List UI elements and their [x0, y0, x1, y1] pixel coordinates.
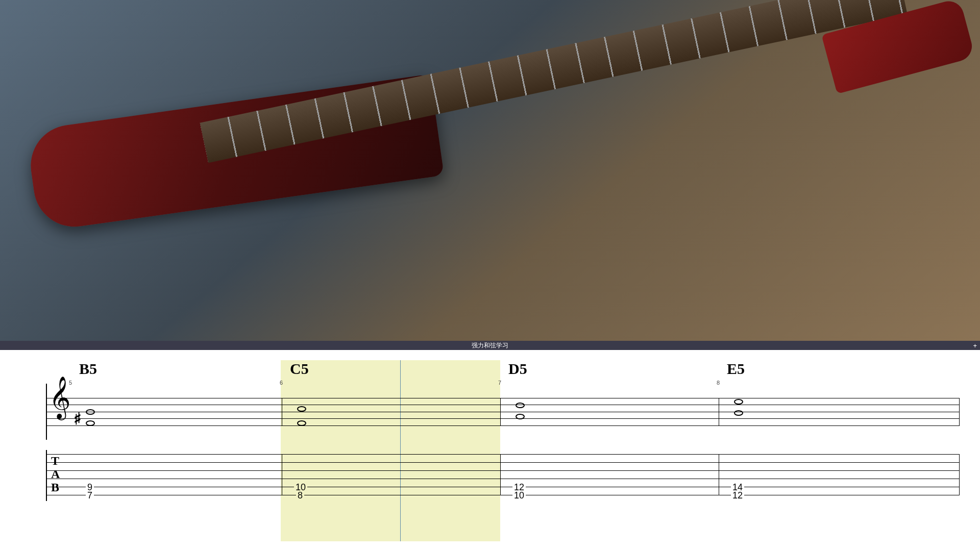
tab-staff: T A B 9 7 10 8 12 10 14 12 [46, 450, 960, 501]
video-player[interactable] [0, 0, 980, 341]
note [516, 414, 525, 419]
note [734, 399, 743, 405]
note [297, 406, 306, 412]
tab-fret-number: 7 [86, 490, 94, 501]
chord-label-b5: B5 [79, 360, 97, 378]
treble-clef: 𝄞 [49, 377, 71, 419]
notation-panel: B5 C5 D5 E5 5 6 7 8 𝄞 ♯ [0, 350, 980, 551]
chord-label-c5: C5 [290, 360, 309, 378]
note [86, 409, 95, 415]
tab-fret-number: 8 [296, 490, 304, 501]
chord-label-d5: D5 [508, 360, 527, 378]
note [86, 420, 95, 426]
tab-fret-number: 10 [512, 490, 526, 501]
video-frame [0, 0, 980, 341]
tab-clef-t: T [51, 454, 60, 467]
tab-clef-b: B [51, 481, 60, 494]
note [297, 420, 306, 426]
title-bar: 强力和弦学习 + [0, 341, 980, 350]
add-button[interactable]: + [973, 342, 977, 349]
sharp-accidental: ♯ [74, 409, 81, 429]
standard-notation-staff: 𝄞 ♯ [46, 384, 960, 440]
tab-clef: T A B [51, 454, 60, 494]
chord-label-e5: E5 [727, 360, 745, 378]
tab-clef-a: A [51, 467, 60, 481]
lesson-title: 强力和弦学习 [472, 341, 508, 350]
note [516, 403, 525, 408]
chord-label-row: B5 C5 D5 E5 5 6 7 8 [20, 360, 960, 380]
tab-fret-number: 12 [731, 490, 744, 501]
note [734, 410, 743, 416]
